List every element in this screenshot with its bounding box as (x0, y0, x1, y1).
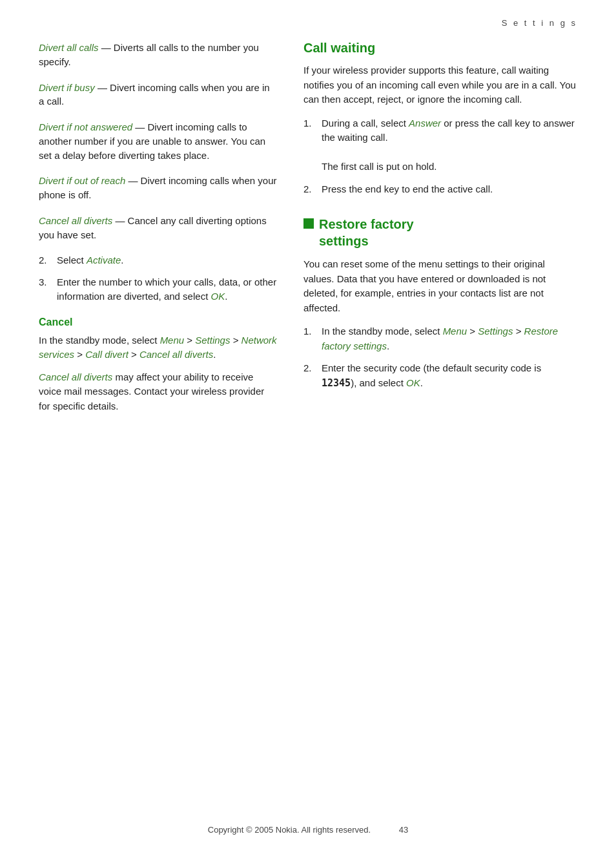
divert-if-busy-term: Divert if busy (39, 82, 95, 93)
right-column: Call waiting If your wireless provider s… (303, 41, 577, 413)
cancel-all-diverts-term: Cancel all diverts (39, 215, 112, 226)
cancel-section: Cancel In the standby mode, select Menu … (39, 317, 278, 414)
call-waiting-section: Call waiting If your wireless provider s… (303, 41, 577, 196)
cw-step-2-num: 2. (303, 182, 322, 197)
cw-step-1-num: 1. (303, 116, 322, 174)
rf-step-1-content: In the standby mode, select Menu > Setti… (322, 324, 577, 353)
left-step-2: 2. Select Activate. (39, 253, 278, 267)
divert-out-of-reach-term: Divert if out of reach (39, 175, 125, 186)
divert-item-1: Divert all calls — Diverts all calls to … (39, 41, 278, 69)
rf-step-1-num: 1. (303, 324, 322, 353)
restore-title: Restore factorysettings (319, 216, 414, 249)
divert-all-calls-term: Divert all calls (39, 42, 99, 53)
restore-square-icon (303, 218, 314, 229)
page-number: 43 (399, 825, 408, 835)
step-3-content: Enter the number to which your calls, da… (57, 275, 278, 304)
call-waiting-intro: If your wireless provider supports this … (303, 63, 577, 107)
copyright-text: Copyright © 2005 Nokia. All rights reser… (208, 825, 371, 835)
step-2-content: Select Activate. (57, 253, 278, 267)
left-step-3: 3. Enter the number to which your calls,… (39, 275, 278, 304)
call-waiting-title: Call waiting (303, 41, 577, 56)
chapter-title: S e t t i n g s (502, 18, 577, 28)
divert-item-3: Divert if not answered — Divert incoming… (39, 120, 278, 162)
step-3-num: 3. (39, 275, 57, 304)
page-footer: Copyright © 2005 Nokia. All rights reser… (0, 825, 616, 835)
rf-steps: 1. In the standby mode, select Menu > Se… (303, 324, 577, 390)
left-column: Divert all calls — Diverts all calls to … (39, 41, 278, 413)
page-header: S e t t i n g s (0, 0, 616, 34)
cancel-paragraph-2: Cancel all diverts may affect your abili… (39, 370, 278, 414)
divert-not-answered-term: Divert if not answered (39, 121, 132, 132)
rf-step-2-content: Enter the security code (the default sec… (322, 361, 577, 390)
cw-step-2-content: Press the end key to end the active call… (322, 182, 577, 197)
left-steps: 2. Select Activate. 3. Enter the number … (39, 253, 278, 303)
divert-item-2: Divert if busy — Divert incoming calls w… (39, 81, 278, 109)
divert-item-5: Cancel all diverts — Cancel any call div… (39, 214, 278, 242)
restore-title-box: Restore factorysettings (303, 216, 577, 249)
cw-step-1: 1. During a call, select Answer or press… (303, 116, 577, 174)
cw-step-2: 2. Press the end key to end the active c… (303, 182, 577, 197)
divert-item-4: Divert if out of reach — Divert incoming… (39, 174, 278, 202)
restore-section: Restore factorysettings You can reset so… (303, 216, 577, 390)
security-code: 12345 (322, 377, 351, 389)
two-col-layout: Divert all calls — Diverts all calls to … (0, 34, 616, 439)
rf-step-2-num: 2. (303, 361, 322, 390)
cw-step-1-content: During a call, select Answer or press th… (322, 116, 577, 174)
restore-intro: You can reset some of the menu settings … (303, 257, 577, 315)
step-2-num: 2. (39, 253, 57, 267)
cancel-title: Cancel (39, 317, 278, 328)
cw-note: The first call is put on hold. (322, 161, 436, 172)
rf-step-2: 2. Enter the security code (the default … (303, 361, 577, 390)
cw-steps: 1. During a call, select Answer or press… (303, 116, 577, 197)
cancel-paragraph-1: In the standby mode, select Menu > Setti… (39, 333, 278, 362)
rf-step-1: 1. In the standby mode, select Menu > Se… (303, 324, 577, 353)
